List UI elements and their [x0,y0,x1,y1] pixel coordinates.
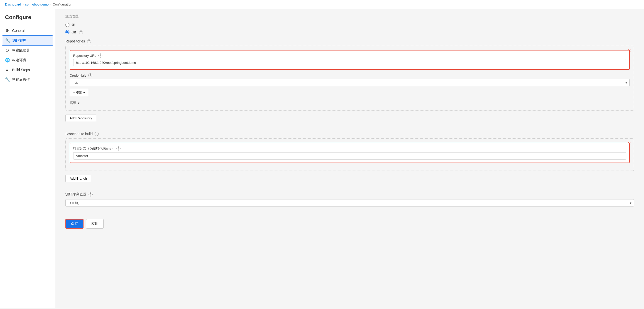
sidebar-item-scm[interactable]: 🔧 源码管理 [2,35,53,46]
breadcrumb: Dashboard › springbootdemo › Configurati… [0,0,644,9]
sidebar-label-postbuild: 构建后操作 [12,77,30,82]
gear-icon: ⚙ [5,28,10,33]
apply-button[interactable]: 应用 [86,219,104,229]
footer-actions: 保存 应用 [65,214,634,234]
advanced-row[interactable]: 高级 ▾ [70,100,630,106]
credentials-select-wrapper: - 无 - [70,79,630,86]
add-branch-btn[interactable]: Add Branch [65,175,91,182]
branches-label: Branches to build ? [65,132,634,136]
add-credentials-btn-label: + 添加 [73,90,82,95]
credentials-section: Credentials ? - 无 - + 添加 ▾ [70,73,630,96]
sidebar: Configure ⚙ General 🔧 源码管理 ⏱ 构建触发器 🌐 构建环… [0,9,55,308]
scm-radio-group: 无 Git ? [65,23,634,34]
radio-none-label[interactable]: 无 [71,23,75,27]
advanced-label: 高级 [70,101,76,105]
source-browser-select[interactable]: （自动） [65,199,634,207]
source-browser-section: 源码库浏览器 ? （自动） [65,192,634,207]
branch-field-help-icon: ? [116,146,120,150]
branches-section: Branches to build ? ✕ 指定分支（为空时代表any） ? A… [65,132,634,187]
globe-icon: 🌐 [5,58,10,63]
radio-none[interactable] [65,23,69,27]
advanced-icon: ▾ [78,101,79,105]
breadcrumb-dashboard[interactable]: Dashboard [5,3,21,6]
sidebar-item-triggers[interactable]: ⏱ 构建触发器 [0,46,55,55]
source-browser-help-icon: ? [89,192,93,196]
breadcrumb-project[interactable]: springbootdemo [25,3,49,6]
credentials-label: Credentials ? [70,73,630,77]
main-content: 源码管理 无 Git ? Repositories ? ✕ [55,9,644,308]
radio-git[interactable] [65,30,69,34]
sidebar-item-buildsteps[interactable]: ≡ Build Steps [0,65,55,75]
radio-git-label[interactable]: Git [71,30,76,34]
branches-help-icon: ? [95,132,99,136]
scm-icon: 🔧 [5,38,10,43]
sidebar-item-environment[interactable]: 🌐 构建环境 [0,55,55,65]
postbuild-icon: 🔧 [5,77,10,82]
branch-input[interactable] [73,152,626,160]
branch-field-section: 指定分支（为空时代表any） ? [70,143,630,163]
breadcrumb-sep-2: › [50,3,51,6]
sidebar-label-environment: 构建环境 [12,58,26,63]
repo-url-label: Repository URL ? [73,54,626,58]
trigger-icon: ⏱ [5,48,10,53]
credentials-select[interactable]: - 无 - [70,79,630,86]
add-repository-btn[interactable]: Add Repository [65,115,96,122]
sidebar-label-scm: 源码管理 [12,38,26,43]
source-browser-label: 源码库浏览器 ? [65,192,634,197]
branch-field-label: 指定分支（为空时代表any） ? [73,146,626,151]
sidebar-item-general[interactable]: ⚙ General [0,26,55,35]
section-scrolled-label: 源码管理 [65,14,634,19]
sidebar-label-buildsteps: Build Steps [12,68,30,72]
sidebar-label-triggers: 构建触发器 [12,48,30,53]
breadcrumb-sep-1: › [23,3,24,6]
sidebar-item-postbuild[interactable]: 🔧 构建后操作 [0,75,55,84]
add-credentials-btn[interactable]: + 添加 ▾ [70,89,88,96]
save-button[interactable]: 保存 [65,219,84,229]
sidebar-label-general: General [12,29,25,33]
radio-none-row: 无 [65,23,634,27]
git-help-icon: ? [79,30,83,34]
repositories-help-icon: ? [87,39,91,43]
add-credentials-dropdown-icon: ▾ [83,91,85,94]
repo-url-input[interactable] [73,59,626,66]
repositories-label: Repositories ? [65,39,634,43]
branch-box: ✕ 指定分支（为空时代表any） ? [65,138,634,171]
steps-icon: ≡ [5,68,10,72]
repo-url-help-icon: ? [98,54,102,58]
repo-url-section: Repository URL ? [70,50,630,70]
radio-git-row: Git ? [65,30,634,34]
source-browser-select-wrapper: （自动） [65,199,634,207]
credentials-help-icon: ? [88,73,92,77]
repo-box: ✕ Repository URL ? Credentials ? [65,46,634,111]
breadcrumb-current: Configuration [53,3,72,6]
repositories-section: Repositories ? ✕ Repository URL ? [65,39,634,127]
sidebar-title: Configure [0,14,55,26]
